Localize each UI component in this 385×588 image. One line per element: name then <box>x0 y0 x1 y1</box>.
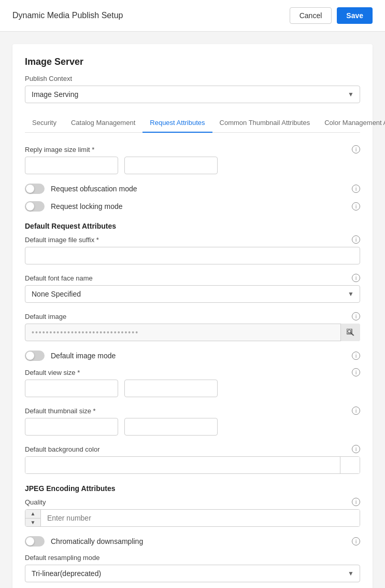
suffix-info-icon[interactable]: i <box>352 235 360 244</box>
stepper-up-button[interactable]: ▲ <box>25 510 40 519</box>
quality-input[interactable] <box>41 510 360 526</box>
locking-toggle-left: Request locking mode <box>25 201 123 212</box>
header-actions: Cancel Save <box>290 7 373 24</box>
suffix-required: * <box>96 236 99 244</box>
cancel-button[interactable]: Cancel <box>290 7 332 24</box>
default-image-browse-button[interactable] <box>340 324 360 341</box>
chromatic-toggle-left: Chromatically downsampling <box>25 536 143 547</box>
quality-info-icon[interactable]: i <box>352 498 360 506</box>
reply-size-info-icon[interactable]: i <box>352 145 360 153</box>
view-size-required: * <box>77 369 80 376</box>
obfuscation-info-icon[interactable]: i <box>352 185 360 193</box>
bg-color-input-row: #ffffff <box>25 456 360 474</box>
resampling-header: Default resampling mode <box>25 554 360 562</box>
reply-size-label: Reply image size limit * <box>25 146 94 153</box>
reply-image-size-limit-field: Reply image size limit * i 2000 2000 <box>25 145 360 174</box>
thumb-size-label: Default thumbnail size * <box>25 407 96 415</box>
view-size-info-icon[interactable]: i <box>352 368 360 376</box>
view-size-header: Default view size * i <box>25 368 360 376</box>
content-card: Image Server Publish Context Image Servi… <box>12 44 373 588</box>
default-view-size-field: Default view size * i 600 600 <box>25 368 360 397</box>
section-title: Image Server <box>25 57 360 67</box>
main-content: Image Server Publish Context Image Servi… <box>0 32 385 588</box>
locking-toggle[interactable] <box>25 201 45 212</box>
bg-color-field: Default background color i #ffffff <box>25 445 360 474</box>
obfuscation-toggle[interactable] <box>25 184 45 194</box>
jpeg-encoding-heading: JPEG Encoding Attributes <box>25 484 360 493</box>
default-image-info-icon[interactable]: i <box>352 312 360 320</box>
font-face-name-field: Default font face name i None Specified … <box>25 274 360 303</box>
reply-size-input-1[interactable]: 2000 <box>25 157 118 174</box>
image-mode-toggle-left: Default image mode <box>25 351 116 361</box>
bg-color-label: Default background color <box>25 445 100 453</box>
reply-size-header: Reply image size limit * i <box>25 145 360 153</box>
publish-context-select[interactable]: Image Serving Image Rendering Video <box>25 86 360 103</box>
chromatic-toggle[interactable] <box>25 536 45 547</box>
view-size-input-2[interactable]: 600 <box>124 380 218 397</box>
tab-thumbnail-attributes[interactable]: Common Thumbnail Attributes <box>212 114 318 133</box>
tab-catalog-management[interactable]: Catalog Management <box>64 114 142 133</box>
image-mode-slider <box>25 351 45 361</box>
app-title: Dynamic Media Publish Setup <box>12 11 123 20</box>
bg-color-header: Default background color i <box>25 445 360 453</box>
chromatic-label: Chromatically downsampling <box>51 537 143 545</box>
publish-context-field: Publish Context Image Serving Image Rend… <box>25 75 360 103</box>
image-file-suffix-field: Default image file suffix * i .jpg <box>25 235 360 264</box>
thumb-size-header: Default thumbnail size * i <box>25 407 360 415</box>
default-image-header: Default image i <box>25 312 360 320</box>
bg-color-text-input[interactable]: #ffffff <box>25 457 340 473</box>
obfuscation-toggle-left: Request obfuscation mode <box>25 184 137 194</box>
reply-size-input-2[interactable]: 2000 <box>124 157 218 174</box>
bg-color-info-icon[interactable]: i <box>352 445 360 453</box>
reply-size-inputs: 2000 2000 <box>25 157 360 174</box>
thumb-size-info-icon[interactable]: i <box>352 407 360 415</box>
font-face-select-wrapper: None Specified Arial Times New Roman Cou… <box>25 285 360 303</box>
obfuscation-slider <box>25 184 45 194</box>
publish-context-select-wrapper: Image Serving Image Rendering Video ▼ <box>25 86 360 103</box>
form-section: Reply image size limit * i 2000 2000 <box>25 145 360 582</box>
stepper-down-button[interactable]: ▼ <box>25 519 40 527</box>
save-button[interactable]: Save <box>337 7 373 24</box>
search-browse-icon <box>347 329 355 336</box>
font-face-header: Default font face name i <box>25 274 360 282</box>
resampling-label: Default resampling mode <box>25 554 100 562</box>
thumb-size-required: * <box>93 407 96 415</box>
request-locking-row: Request locking mode i <box>25 201 360 212</box>
font-face-select[interactable]: None Specified Arial Times New Roman Cou… <box>25 285 360 303</box>
tab-security[interactable]: Security <box>25 114 64 133</box>
obfuscation-label: Request obfuscation mode <box>51 185 137 193</box>
tabs-container: Security Catalog Management Request Attr… <box>25 114 360 133</box>
image-mode-info-icon[interactable]: i <box>352 352 360 360</box>
svg-point-2 <box>348 330 351 333</box>
quality-label: Quality <box>25 498 46 506</box>
reply-size-required: * <box>92 146 94 153</box>
quality-header: Quality i <box>25 498 360 506</box>
bg-color-swatch[interactable] <box>340 457 360 473</box>
resampling-mode-field: Default resampling mode Tri-linear(depre… <box>25 554 360 582</box>
chromatic-slider <box>25 536 45 547</box>
image-mode-label: Default image mode <box>51 352 116 360</box>
locking-label: Request locking mode <box>51 202 123 211</box>
tab-request-attributes[interactable]: Request Attributes <box>142 114 212 133</box>
request-obfuscation-row: Request obfuscation mode i <box>25 184 360 194</box>
locking-slider <box>25 201 45 212</box>
thumb-size-input-2[interactable]: 100 <box>124 418 218 436</box>
resampling-select[interactable]: Tri-linear(deprecated) Bicubic Bilinear … <box>25 565 360 582</box>
default-image-input[interactable] <box>25 324 360 341</box>
suffix-label: Default image file suffix * <box>25 236 99 244</box>
font-face-info-icon[interactable]: i <box>352 274 360 282</box>
tab-color-management[interactable]: Color Management Attributes <box>317 114 385 133</box>
suffix-input[interactable]: .jpg <box>25 247 360 264</box>
default-request-heading: Default Request Attributes <box>25 222 360 230</box>
thumb-size-input-1[interactable]: 100 <box>25 418 118 436</box>
quality-stepper-row: ▲ ▼ <box>25 509 360 527</box>
view-size-input-1[interactable]: 600 <box>25 380 118 397</box>
locking-info-icon[interactable]: i <box>352 202 360 211</box>
font-face-label: Default font face name <box>25 274 93 282</box>
default-image-label: Default image <box>25 313 66 320</box>
chromatic-info-icon[interactable]: i <box>352 537 360 545</box>
image-mode-toggle[interactable] <box>25 351 45 361</box>
thumb-size-inputs: 100 100 <box>25 418 360 436</box>
resampling-select-wrapper: Tri-linear(deprecated) Bicubic Bilinear … <box>25 565 360 582</box>
suffix-header: Default image file suffix * i <box>25 235 360 244</box>
